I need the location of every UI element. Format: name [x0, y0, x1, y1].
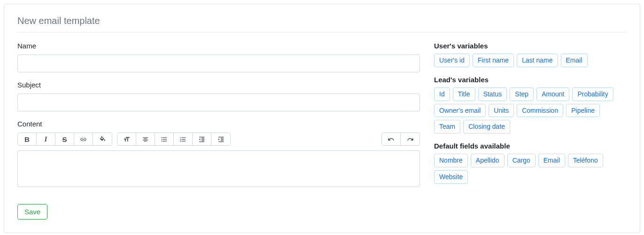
var-badge[interactable]: Cargo: [507, 154, 535, 167]
var-badge[interactable]: Probability: [572, 87, 613, 101]
var-badge[interactable]: Website: [434, 170, 468, 184]
var-badge[interactable]: Nombre: [434, 154, 468, 167]
var-badge[interactable]: Step: [510, 87, 534, 101]
page-title: New email template: [17, 16, 627, 26]
name-group: Name: [17, 42, 420, 72]
name-label: Name: [17, 42, 420, 50]
subject-label: Subject: [17, 81, 420, 89]
link-icon: [80, 136, 87, 143]
var-badge[interactable]: Apellido: [471, 154, 504, 167]
user-variables-section: User's variables User's id First name La…: [434, 42, 627, 67]
email-template-card: New email template Name Subject Content …: [4, 4, 640, 233]
align-icon: [142, 136, 149, 143]
var-badge[interactable]: Status: [478, 87, 507, 101]
toolbar-group-paragraph: [117, 133, 231, 146]
indent-button[interactable]: [211, 133, 230, 145]
default-fields-heading: Default fields available: [434, 142, 627, 150]
user-variables-list: User's id First name Last name Email: [434, 54, 627, 67]
var-badge[interactable]: Teléfono: [568, 154, 603, 167]
main-row: Name Subject Content B I: [17, 42, 627, 219]
toolbar-group-history: [381, 133, 420, 146]
list-ul-icon: [161, 136, 168, 143]
name-input[interactable]: [17, 55, 420, 72]
divider: [17, 32, 627, 32]
fontsize-button[interactable]: [117, 133, 136, 145]
var-badge[interactable]: User's id: [434, 54, 470, 67]
strikethrough-button[interactable]: S: [55, 133, 74, 145]
default-fields-section: Default fields available Nombre Apellido…: [434, 142, 627, 184]
strikethrough-icon: S: [62, 135, 67, 143]
outdent-icon: [198, 136, 205, 143]
save-button[interactable]: Save: [17, 204, 47, 219]
var-badge[interactable]: Last name: [517, 54, 558, 67]
content-label: Content: [17, 120, 420, 128]
ul-button[interactable]: [155, 133, 174, 145]
content-group: Content B I S: [17, 120, 420, 187]
text-size-icon: [123, 136, 130, 143]
paint-bucket-icon: [99, 136, 106, 143]
var-badge[interactable]: Email: [538, 154, 565, 167]
var-badge[interactable]: Email: [561, 54, 588, 67]
toolbar-group-format: B I S: [17, 133, 112, 146]
var-badge[interactable]: Amount: [536, 87, 569, 101]
variables-column: User's variables User's id First name La…: [434, 42, 627, 219]
var-badge[interactable]: Team: [434, 120, 460, 133]
italic-icon: I: [45, 135, 47, 143]
bold-button[interactable]: B: [18, 133, 37, 145]
content-editor[interactable]: [17, 150, 420, 187]
user-variables-heading: User's variables: [434, 42, 627, 50]
var-badge[interactable]: Pipeline: [566, 104, 600, 118]
subject-group: Subject: [17, 81, 420, 111]
link-button[interactable]: [74, 133, 93, 145]
bold-icon: B: [24, 135, 30, 143]
align-button[interactable]: [136, 133, 155, 145]
var-badge[interactable]: Id: [434, 87, 450, 101]
var-badge[interactable]: Closing date: [463, 120, 510, 133]
default-fields-list: Nombre Apellido Cargo Email Teléfono Web…: [434, 154, 627, 184]
var-badge[interactable]: Commission: [517, 104, 563, 118]
redo-icon: [407, 136, 414, 143]
var-badge[interactable]: Units: [489, 104, 514, 118]
var-badge[interactable]: First name: [473, 54, 514, 67]
lead-variables-heading: Lead's variables: [434, 76, 627, 84]
lead-variables-section: Lead's variables Id Title Status Step Am…: [434, 76, 627, 133]
list-ol-icon: [179, 136, 186, 143]
undo-icon: [388, 136, 395, 143]
undo-button[interactable]: [382, 133, 401, 145]
lead-variables-list: Id Title Status Step Amount Probability …: [434, 87, 627, 133]
editor-toolbar: B I S: [17, 133, 420, 146]
form-column: Name Subject Content B I: [17, 42, 420, 219]
subject-input[interactable]: [17, 94, 420, 111]
indent-icon: [217, 136, 225, 143]
paint-button[interactable]: [93, 133, 112, 145]
ol-button[interactable]: [174, 133, 193, 145]
redo-button[interactable]: [401, 133, 419, 145]
outdent-button[interactable]: [193, 133, 211, 145]
italic-button[interactable]: I: [37, 133, 55, 145]
var-badge[interactable]: Owner's email: [434, 104, 486, 118]
var-badge[interactable]: Title: [453, 87, 475, 101]
